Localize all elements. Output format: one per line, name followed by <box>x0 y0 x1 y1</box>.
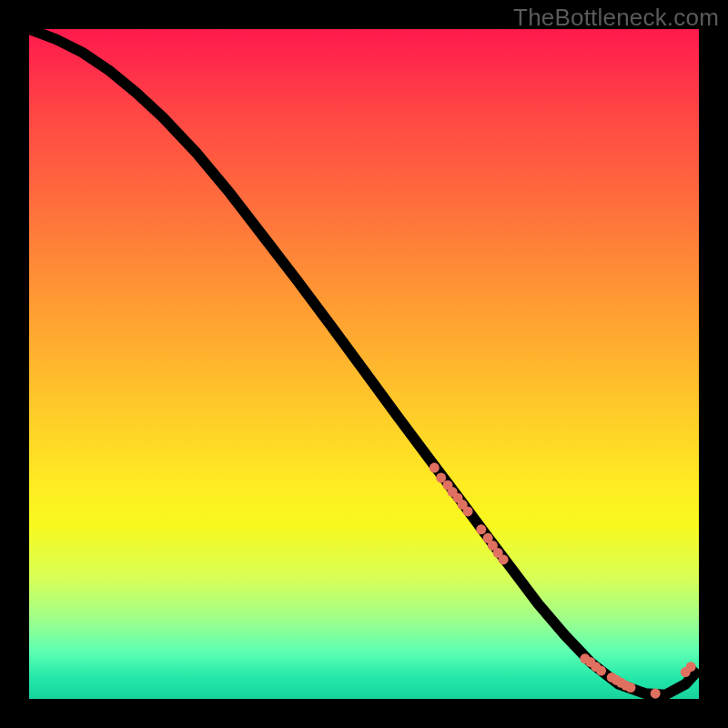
chart-canvas: TheBottleneck.com <box>0 0 728 728</box>
data-point <box>625 682 635 693</box>
data-point <box>596 666 606 676</box>
data-point <box>476 524 486 534</box>
data-point <box>430 463 440 473</box>
data-point <box>463 506 473 516</box>
chart-overlay <box>29 29 699 699</box>
watermark-text: TheBottleneck.com <box>513 4 719 32</box>
data-point <box>686 662 696 672</box>
data-point <box>651 689 661 699</box>
data-point <box>499 554 509 564</box>
bottleneck-curve <box>29 29 699 695</box>
data-points <box>430 463 696 699</box>
